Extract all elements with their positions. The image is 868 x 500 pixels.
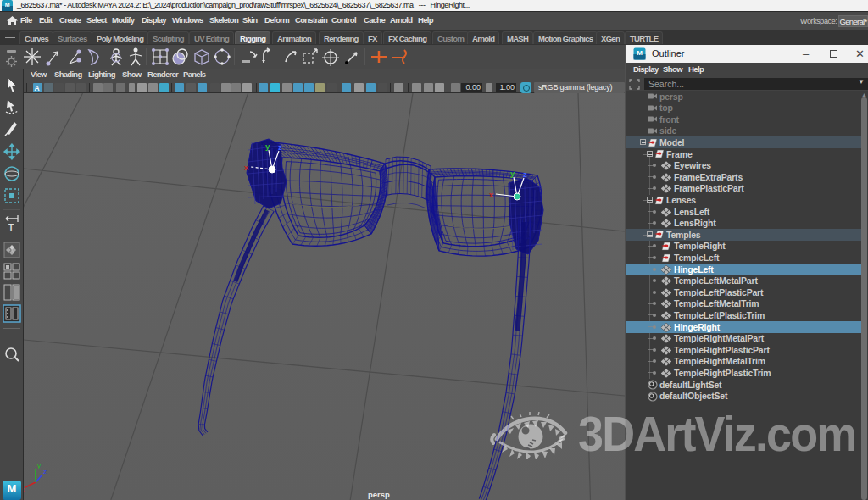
svg-text:z: z [43,468,47,475]
svg-text:M: M [637,49,643,57]
svg-text:y: y [510,169,515,178]
svg-text:x: x [489,190,494,199]
svg-text:z: z [278,142,282,152]
svg-text:M: M [5,2,10,8]
svg-text:y: y [37,462,41,469]
svg-text:y: y [265,142,270,151]
svg-text:T: T [8,223,14,232]
svg-text:x: x [244,163,249,172]
svg-text:x: x [24,486,25,493]
svg-text:z: z [523,169,527,179]
svg-text:persp: persp [368,490,390,499]
